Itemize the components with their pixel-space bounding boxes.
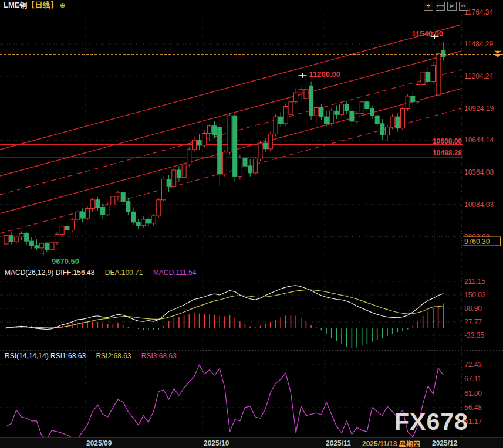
candle-body xyxy=(101,207,105,215)
add-indicator-icon[interactable]: ⊕ xyxy=(59,1,65,9)
rsi3-value: RSI3:68.63 xyxy=(141,352,177,360)
candle-body xyxy=(29,241,33,246)
candle-body xyxy=(4,235,8,244)
candle-body xyxy=(380,124,384,135)
candle-body xyxy=(14,237,18,242)
y-axis-label: -33.35 xyxy=(464,331,484,340)
candle-body xyxy=(177,170,181,178)
candle-body xyxy=(238,158,242,176)
price-annotation: 11540.00 xyxy=(411,29,443,38)
y-axis-label: 10364.08 xyxy=(464,168,494,177)
candle-body xyxy=(340,104,344,115)
candle-body xyxy=(182,165,186,177)
candle-body xyxy=(421,72,425,84)
pan-icon[interactable]: ✛ xyxy=(424,2,433,11)
candle-body xyxy=(345,104,349,111)
candle-body xyxy=(111,196,115,205)
candle-body xyxy=(65,226,69,230)
candle-body xyxy=(197,140,201,145)
candle-body xyxy=(431,65,435,81)
candle-body xyxy=(25,233,29,241)
y-axis-label: 10084.03 xyxy=(464,201,494,209)
candle-body xyxy=(212,126,217,135)
zoom-fit-icon[interactable]: ⟺ xyxy=(436,2,445,11)
candle-body xyxy=(131,212,136,222)
chart-canvas[interactable]: 11764.3411484.2911204.2410924.1910644.14… xyxy=(0,0,503,448)
candle-body xyxy=(207,126,211,134)
candle-body xyxy=(96,200,100,208)
y-axis-label: 61.80 xyxy=(464,389,482,398)
candle-body xyxy=(325,117,329,124)
candle-body xyxy=(248,166,252,173)
candle-body xyxy=(187,150,191,165)
chart-toolbar: ✛ ⟺ ⊳ ↦ xyxy=(424,2,468,11)
candle-body xyxy=(294,93,298,102)
candle-body xyxy=(35,246,39,248)
candle-body xyxy=(258,143,262,159)
candle-body xyxy=(319,108,323,117)
price-annotation: 10608.00 xyxy=(433,137,462,145)
candle-body xyxy=(121,192,125,202)
x-axis-label: 2025/10 xyxy=(204,439,229,447)
date-axis[interactable]: 2025/092025/102025/112025/11/13 星期四2025/… xyxy=(0,437,503,448)
candle-body xyxy=(400,108,404,128)
candle-body xyxy=(233,116,237,177)
y-axis-label: 88.90 xyxy=(464,304,482,313)
candle-body xyxy=(9,235,13,242)
macd-dea-value: DEA:100.71 xyxy=(105,269,143,277)
candle-body xyxy=(375,116,379,124)
candle-body xyxy=(441,50,445,57)
rsi-params-rsi1: RSI(14,14,14) RSI1:68.63 xyxy=(5,352,86,360)
y-axis-label: 211.15 xyxy=(464,277,485,286)
y-axis-label: 11204.24 xyxy=(464,72,493,80)
price-annotation: 9670.50 xyxy=(52,257,79,266)
candle-body xyxy=(70,220,75,230)
candle-body xyxy=(19,233,23,237)
candle-body xyxy=(411,96,415,102)
scroll-right-icon[interactable]: ↦ xyxy=(459,2,468,11)
candle-body xyxy=(106,205,110,215)
macd-macd-value: MACD:111.54 xyxy=(153,269,197,277)
candle-body xyxy=(146,219,150,223)
candle-body xyxy=(396,117,400,128)
candle-body xyxy=(218,127,222,174)
candle-body xyxy=(416,84,420,101)
candle-body xyxy=(360,102,364,114)
candle-body xyxy=(436,54,440,95)
candle-body xyxy=(90,200,94,209)
axis-price-box-label: 9760.30 xyxy=(464,237,490,246)
candle-body xyxy=(80,212,85,218)
y-axis-label: 11764.34 xyxy=(464,8,493,16)
candle-body xyxy=(40,243,44,248)
symbol-name: LME铜 xyxy=(4,1,27,9)
candle-body xyxy=(355,113,359,121)
watermark-fx678: FX678 xyxy=(394,408,468,436)
candle-body xyxy=(289,102,293,114)
candle-body xyxy=(309,86,313,116)
y-axis-label: 10924.19 xyxy=(464,104,494,113)
candle-body xyxy=(329,111,333,123)
price-marker-triangle xyxy=(494,51,501,54)
candle-body xyxy=(283,107,288,124)
price-annotation: 11200.00 xyxy=(309,70,340,79)
candle-body xyxy=(172,170,176,186)
candle-body xyxy=(335,111,339,114)
candle-body xyxy=(161,179,166,200)
candle-body xyxy=(141,219,146,226)
period-label: 【日线】 xyxy=(27,1,58,9)
candle-body xyxy=(60,226,64,235)
candle-body xyxy=(45,243,49,250)
candle-body xyxy=(151,216,156,223)
candle-body xyxy=(253,159,257,172)
x-axis-label: 2025/09 xyxy=(86,439,112,447)
zoom-range-icon[interactable]: ⊳ xyxy=(447,2,457,11)
candle-body xyxy=(365,102,369,109)
candle-body xyxy=(268,134,272,148)
candle-body xyxy=(55,234,59,242)
y-axis-label: 10644.14 xyxy=(464,136,494,144)
candle-body xyxy=(192,140,196,150)
candle-body xyxy=(202,133,207,145)
y-axis-label: 67.11 xyxy=(464,375,481,383)
chart-title: LME铜【日线】⊕ xyxy=(4,0,66,9)
candle-body xyxy=(426,72,430,82)
